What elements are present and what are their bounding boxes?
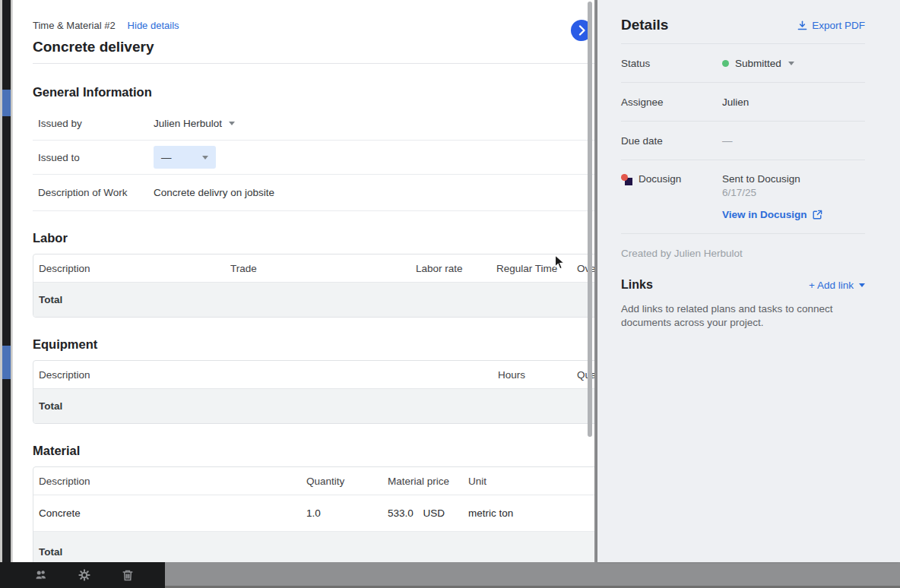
add-link-button[interactable]: + Add link [809,280,865,291]
gear-icon [78,568,91,582]
caret-down-icon [788,62,794,65]
export-pdf-label: Export PDF [812,20,865,31]
caret-down-icon [229,122,235,125]
docusign-date: 6/17/25 [722,187,822,198]
general-info-fields: Issued by Julien Herbulot Issued to — De… [33,106,594,211]
download-icon [797,21,807,30]
column-header: Unit [463,476,594,487]
status-badge: Submitted [735,58,781,69]
details-panel: Details Export PDF Status Submitted Assi… [597,0,900,562]
docusign-logo-icon [621,174,632,185]
column-header: Material price [382,476,463,487]
material-quantity-cell: 1.0 [301,507,382,519]
total-label: Total [33,294,62,305]
column-header: Description [33,263,225,274]
delete-button[interactable] [121,568,135,582]
status-dropdown[interactable]: Submitted [722,58,794,69]
status-label: Status [621,58,722,69]
docusign-status-text: Sent to Docusign [722,173,822,185]
total-label: Total [33,400,62,412]
material-heading: Material [33,442,594,459]
links-empty-text: Add links to related plans and tasks to … [621,302,865,330]
settings-button[interactable] [78,568,91,582]
created-by-text: Created by Julien Herbulot [621,234,865,259]
assignee-label: Assignee [621,96,722,108]
column-header: Labor rate [410,263,491,274]
material-unit-cell: metric ton [463,507,594,519]
users-button[interactable] [34,568,48,582]
material-total-row: Total [33,532,594,562]
column-header: Description [33,369,493,381]
export-pdf-button[interactable]: Export PDF [797,20,865,31]
app-window: Time & Material #2Hide details Concrete … [0,0,900,588]
material-description-cell: Concrete [33,507,301,519]
column-header: Trade [225,263,410,274]
issued-by-row: Issued by Julien Herbulot [33,106,594,141]
collapsed-sidebar [0,0,12,588]
docusign-section: Docusign Sent to Docusign 6/17/25 View i… [621,160,865,234]
issued-by-label: Issued by [33,118,154,129]
due-date-field[interactable]: — [722,135,733,147]
currency-label: USD [423,507,445,519]
issued-to-value: — [161,152,172,163]
price-value: 533.0 [388,507,414,519]
document-type-label: Time & Material #2 [33,20,116,31]
labor-table-header: Description Trade Labor rate Regular Tim… [33,254,594,283]
equipment-total-row: Total [33,389,594,423]
links-heading: Links [621,278,653,292]
description-of-work-row: Description of Work Concrete delivry on … [33,175,594,211]
status-row: Status Submitted [621,44,865,83]
docusign-label: Docusign [639,173,681,185]
due-date-row: Due date — [621,122,865,160]
document-header: Time & Material #2Hide details Concrete … [33,0,594,57]
view-in-docusign-label: View in Docusign [722,209,807,220]
issued-by-dropdown[interactable]: Julien Herbulot [154,118,235,129]
due-date-label: Due date [621,135,722,147]
header-divider [33,63,594,64]
labor-total-row: Total [33,283,594,317]
bottom-toolbar [0,562,165,588]
sidebar-highlight-top [2,90,11,116]
assignee-row: Assignee Julien [621,83,865,122]
scrollbar-thumb[interactable] [588,2,592,437]
page-title: Concrete delivery [33,37,594,57]
caret-down-icon [202,156,208,160]
assignee-field[interactable]: Julien [722,96,749,108]
details-heading: Details [621,17,668,33]
trash-icon [122,569,134,582]
external-link-icon [813,210,822,220]
hide-details-link[interactable]: Hide details [128,20,179,31]
issued-by-value: Julien Herbulot [154,118,222,129]
caret-down-icon [859,283,865,287]
add-link-label: + Add link [809,280,854,291]
column-header: Description [33,476,301,487]
material-price-cell: 533.0 USD [382,507,463,519]
users-icon [34,569,48,581]
equipment-heading: Equipment [33,336,594,352]
sidebar-strip [2,0,11,588]
description-of-work-field[interactable]: Concrete delivry on jobsite [154,187,274,198]
issued-to-dropdown[interactable]: — [154,146,216,169]
sidebar-highlight-bottom [2,346,11,379]
material-row-concrete[interactable]: Concrete 1.0 533.0 USD metric ton [33,495,594,532]
issued-to-row: Issued to — [33,141,594,175]
labor-heading: Labor [33,229,594,246]
total-label: Total [33,546,62,558]
equipment-table-header: Description Hours Quantity [33,361,594,389]
column-header: Quantity [301,476,382,487]
labor-table: Description Trade Labor rate Regular Tim… [33,254,594,318]
issued-to-label: Issued to [33,152,154,163]
view-in-docusign-link[interactable]: View in Docusign [722,209,822,220]
column-header: Regular Time [491,263,572,274]
equipment-table: Description Hours Quantity Total [33,360,594,424]
material-table: Description Quantity Material price Unit… [33,466,594,562]
column-header: Hours [493,369,572,381]
document-panel: Time & Material #2Hide details Concrete … [12,0,594,562]
status-dot-icon [722,60,729,67]
general-info-heading: General Information [33,84,594,100]
material-table-header: Description Quantity Material price Unit [33,467,594,495]
description-of-work-label: Description of Work [33,187,154,198]
